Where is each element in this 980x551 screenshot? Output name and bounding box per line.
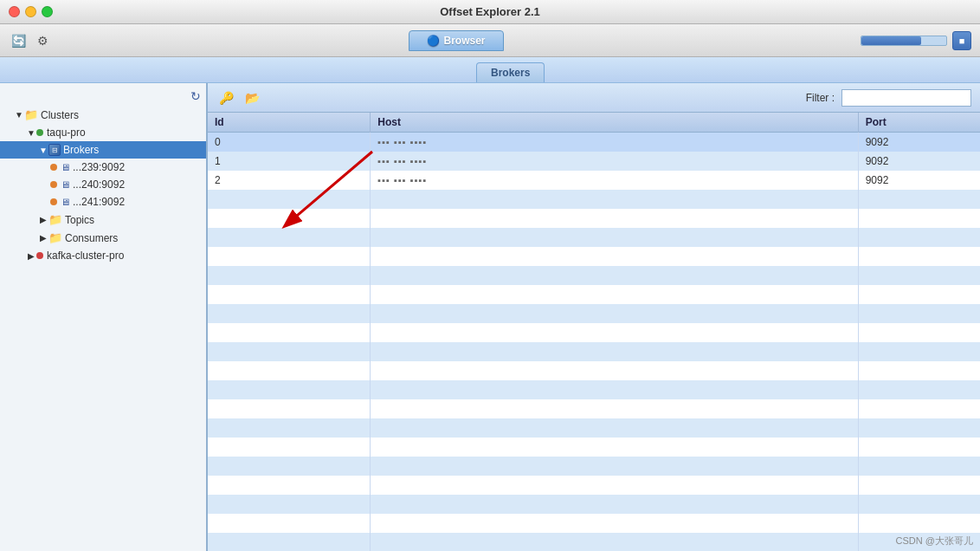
brokers-table: Id Host Port 0▪▪▪ ▪▪▪ ▪▪▪▪90921▪▪▪ ▪▪▪ ▪… bbox=[208, 113, 980, 551]
cell-id bbox=[208, 514, 371, 533]
maximize-button[interactable] bbox=[42, 6, 53, 17]
cluster1-arrow-icon: ▼ bbox=[26, 128, 36, 138]
sidebar: ↻ ▼ 📁 Clusters ▼ taqu-pro ▼ ⊟ Brokers bbox=[0, 83, 208, 551]
table-row bbox=[208, 247, 980, 266]
sidebar-item-cluster2[interactable]: ▶ kafka-cluster-pro bbox=[0, 247, 206, 264]
table-row bbox=[208, 285, 980, 304]
sidebar-item-clusters[interactable]: ▼ 📁 Clusters bbox=[0, 106, 206, 124]
broker1-label: ...240:9092 bbox=[73, 178, 125, 191]
cell-host bbox=[371, 514, 858, 533]
broker0-label: ...239:9092 bbox=[73, 161, 125, 173]
cell-port bbox=[858, 228, 980, 247]
table-row bbox=[208, 418, 980, 438]
table-row bbox=[208, 228, 980, 247]
panel-add-icon[interactable]: 🔑 bbox=[216, 88, 235, 107]
cell-host: ▪▪▪ ▪▪▪ ▪▪▪▪ bbox=[371, 133, 858, 152]
cell-id bbox=[208, 209, 371, 228]
sidebar-item-brokers[interactable]: ▼ ⊟ Brokers bbox=[0, 141, 206, 159]
cell-host bbox=[371, 247, 858, 266]
cell-port bbox=[858, 418, 980, 438]
cell-host bbox=[371, 228, 858, 247]
main-panel: 🔑 📂 Filter : Id Host Port bbox=[208, 83, 980, 551]
col-id-header: Id bbox=[208, 113, 371, 133]
cell-id: 2 bbox=[208, 171, 371, 190]
cell-id bbox=[208, 304, 371, 323]
broker0-status-icon bbox=[50, 164, 57, 171]
table-header-row: Id Host Port bbox=[208, 113, 980, 133]
col-host-header: Host bbox=[371, 113, 858, 133]
refresh-icon[interactable]: 🔄 bbox=[9, 31, 28, 50]
broker2-label: ...241:9092 bbox=[73, 196, 125, 208]
cluster1-status-icon bbox=[36, 129, 43, 136]
data-table: Id Host Port 0▪▪▪ ▪▪▪ ▪▪▪▪90921▪▪▪ ▪▪▪ ▪… bbox=[208, 113, 980, 551]
consumers-folder-icon: 📁 bbox=[48, 231, 62, 244]
cell-id bbox=[208, 476, 371, 495]
table-row bbox=[208, 304, 980, 323]
panel-toolbar: 🔑 📂 Filter : bbox=[208, 83, 980, 113]
progress-fill bbox=[861, 36, 921, 45]
cell-port bbox=[858, 304, 980, 323]
cluster1-label: taqu-pro bbox=[47, 126, 86, 139]
table-row bbox=[208, 457, 980, 476]
cell-host bbox=[371, 380, 858, 399]
sidebar-item-broker2[interactable]: 🖥 ...241:9092 bbox=[0, 193, 206, 211]
cell-host bbox=[371, 266, 858, 285]
filter-input[interactable] bbox=[841, 89, 971, 107]
toolbar-action-icon[interactable]: ■ bbox=[952, 31, 971, 50]
cell-host bbox=[371, 495, 858, 514]
cell-id bbox=[208, 342, 371, 361]
filter-label: Filter : bbox=[806, 92, 835, 104]
cell-port bbox=[858, 514, 980, 533]
sidebar-refresh-icon[interactable]: ↻ bbox=[190, 89, 201, 103]
cell-id bbox=[208, 533, 371, 551]
app-title: Offset Explorer 2.1 bbox=[440, 5, 540, 18]
col-port-header: Port bbox=[858, 113, 980, 133]
cell-port: 9092 bbox=[858, 171, 980, 190]
close-button[interactable] bbox=[9, 6, 20, 17]
clusters-label: Clusters bbox=[41, 109, 79, 121]
sidebar-item-topics[interactable]: ▶ 📁 Topics bbox=[0, 211, 206, 229]
sidebar-item-broker1[interactable]: 🖥 ...240:9092 bbox=[0, 176, 206, 193]
cell-host bbox=[371, 418, 858, 438]
consumers-arrow-icon: ▶ bbox=[38, 233, 48, 243]
cell-port bbox=[858, 247, 980, 266]
sidebar-toolbar: ↻ bbox=[0, 87, 206, 106]
cell-id bbox=[208, 399, 371, 418]
title-bar: Offset Explorer 2.1 bbox=[0, 0, 980, 24]
sidebar-item-broker0[interactable]: 🖥 ...239:9092 bbox=[0, 159, 206, 176]
sidebar-item-consumers[interactable]: ▶ 📁 Consumers bbox=[0, 229, 206, 247]
browser-tab[interactable]: 🔵 Browser bbox=[409, 30, 503, 51]
cell-host bbox=[371, 323, 858, 342]
settings-icon[interactable]: ⚙ bbox=[33, 31, 52, 50]
table-row: 2▪▪▪ ▪▪▪ ▪▪▪▪9092 bbox=[208, 171, 980, 190]
cell-port bbox=[858, 361, 980, 380]
browser-tab-label: Browser bbox=[443, 35, 485, 47]
cell-host bbox=[371, 190, 858, 209]
broker2-status-icon bbox=[50, 198, 57, 205]
cell-port bbox=[858, 209, 980, 228]
cell-port bbox=[858, 380, 980, 399]
cell-id bbox=[208, 438, 371, 457]
cluster2-label: kafka-cluster-pro bbox=[47, 250, 124, 262]
window-controls bbox=[9, 6, 53, 17]
cell-port bbox=[858, 285, 980, 304]
cell-port bbox=[858, 457, 980, 476]
cell-port: 9092 bbox=[858, 152, 980, 171]
table-row bbox=[208, 533, 980, 551]
minimize-button[interactable] bbox=[25, 6, 36, 17]
cell-id bbox=[208, 190, 371, 209]
brokers-label: Brokers bbox=[63, 144, 99, 156]
tab-brokers[interactable]: Brokers bbox=[476, 62, 545, 82]
panel-folder-icon[interactable]: 📂 bbox=[242, 88, 261, 107]
cell-id bbox=[208, 361, 371, 380]
main-toolbar: 🔄 ⚙ 🔵 Browser ■ bbox=[0, 24, 980, 57]
toolbar-right: ■ bbox=[861, 31, 971, 50]
split-pane: ↻ ▼ 📁 Clusters ▼ taqu-pro ▼ ⊟ Brokers bbox=[0, 83, 980, 551]
broker2-server-icon: 🖥 bbox=[61, 197, 70, 207]
broker0-server-icon: 🖥 bbox=[61, 162, 70, 172]
cluster2-status-icon bbox=[36, 252, 43, 259]
sidebar-item-cluster1[interactable]: ▼ taqu-pro bbox=[0, 124, 206, 141]
cell-port bbox=[858, 190, 980, 209]
topics-label: Topics bbox=[65, 214, 94, 226]
cell-host bbox=[371, 399, 858, 418]
